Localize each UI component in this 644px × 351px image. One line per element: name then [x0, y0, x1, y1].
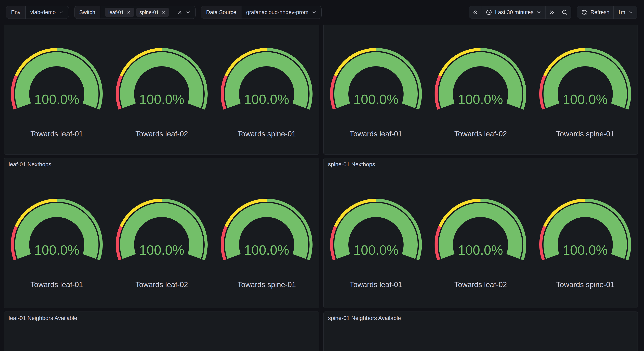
refresh-interval-picker[interactable]: 1m [614, 6, 637, 19]
gauge-label: Towards leaf-01 [350, 280, 402, 289]
time-shift-back-button[interactable] [469, 6, 482, 19]
gauge-arc: 100.0% [434, 198, 527, 261]
refresh-group: Refresh 1m [577, 6, 637, 19]
search-minus-icon [562, 9, 568, 15]
gauge-arc: 100.0% [539, 198, 632, 261]
remove-tag-icon[interactable] [127, 10, 131, 14]
time-range-picker[interactable]: Last 30 minutes [482, 6, 546, 19]
switch-tag-label: leaf-01 [108, 10, 124, 15]
dashboard-toolbar: Env vlab-demo Switch leaf-01spine-01 [0, 0, 644, 25]
gauge-value-text: 100.0% [563, 243, 608, 257]
gauge-arc: 100.0% [330, 198, 422, 261]
switch-variable: Switch leaf-01spine-01 [74, 6, 196, 19]
refresh-interval-value: 1m [618, 9, 625, 16]
gauge: 100.0%Towards spine-01 [214, 47, 319, 138]
gauge-value-text: 100.0% [34, 92, 79, 107]
gauge-label: Towards leaf-01 [30, 280, 83, 289]
refresh-label: Refresh [590, 9, 610, 16]
chevron-down-icon [536, 10, 541, 15]
gauge-value-text: 100.0% [139, 243, 184, 257]
panel-leaf-01-nexthops: leaf-01 Nexthops 100.0%Towards leaf-0110… [4, 158, 320, 308]
refresh-button[interactable]: Refresh [577, 6, 614, 19]
time-shift-forward-button[interactable] [546, 6, 558, 19]
switch-variable-value[interactable]: leaf-01spine-01 [100, 6, 195, 19]
gauge-label: Towards leaf-02 [454, 130, 507, 138]
chevron-down-icon [628, 10, 633, 15]
panel-title[interactable]: spine-01 Nexthops [324, 158, 638, 168]
gauge-arc: 100.0% [116, 198, 208, 261]
panel-spine-01-nexthops: spine-01 Nexthops 100.0%Towards leaf-011… [324, 158, 638, 308]
gauge: 100.0%Towards leaf-02 [109, 47, 214, 138]
gauge-arc: 100.0% [116, 47, 208, 111]
gauge-arc: 100.0% [434, 47, 527, 111]
gauge-label: Towards leaf-02 [135, 130, 188, 138]
chevron-down-icon [186, 10, 190, 15]
gauge-value-text: 100.0% [354, 92, 398, 107]
env-variable-value[interactable]: vlab-demo [26, 6, 69, 19]
gauge-value-text: 100.0% [244, 92, 289, 107]
dashboard: Env vlab-demo Switch leaf-01spine-01 [0, 0, 644, 351]
variables-bar: Env vlab-demo Switch leaf-01spine-01 [6, 6, 322, 19]
time-picker-group: Last 30 minutes [469, 6, 571, 19]
gauge: 100.0%Towards leaf-01 [324, 47, 428, 138]
angle-double-left-icon [473, 10, 478, 15]
gauge-value-text: 100.0% [458, 92, 503, 107]
panel-leaf-01-neighbors-available: leaf-01 Neighbors Available [4, 311, 320, 351]
gauge-label: Towards spine-01 [556, 280, 614, 289]
clock-icon [486, 9, 492, 15]
gauge-group: 100.0%Towards leaf-01100.0%Towards leaf-… [324, 168, 638, 289]
gauge-value-text: 100.0% [458, 243, 503, 257]
datasource-label: Data Source [201, 6, 241, 19]
env-variable-label: Env [6, 6, 26, 19]
remove-tag-icon[interactable] [162, 10, 166, 14]
chevron-down-icon [312, 10, 316, 15]
gauge-arc: 100.0% [220, 198, 313, 261]
panel-title[interactable]: leaf-01 Neighbors Available [4, 312, 319, 322]
time-controls: Last 30 minutes [469, 6, 637, 19]
env-variable: Env vlab-demo [6, 6, 69, 19]
panel-row1-left: 100.0%Towards leaf-01100.0%Towards leaf-… [4, 25, 320, 155]
gauge: 100.0%Towards leaf-01 [4, 47, 109, 138]
gauge-label: Towards leaf-01 [350, 130, 402, 138]
switch-tag-chip[interactable]: spine-01 [136, 8, 169, 17]
gauge: 100.0%Towards spine-01 [214, 198, 319, 289]
gauge-value-text: 100.0% [354, 243, 398, 257]
panel-row1-right: 100.0%Towards leaf-01100.0%Towards leaf-… [324, 25, 638, 155]
gauge-label: Towards leaf-02 [135, 280, 188, 289]
panel-title[interactable]: leaf-01 Nexthops [4, 158, 319, 168]
gauge: 100.0%Towards leaf-01 [324, 198, 428, 289]
refresh-icon [581, 9, 588, 15]
gauge: 100.0%Towards leaf-02 [428, 47, 533, 138]
gauge: 100.0%Towards leaf-01 [4, 198, 109, 289]
datasource-selected: grafanacloud-hhdev-prom [246, 9, 308, 16]
gauge-group: 100.0%Towards leaf-01100.0%Towards leaf-… [4, 168, 319, 289]
chevron-down-icon [59, 10, 64, 15]
gauge-value-text: 100.0% [563, 92, 608, 107]
gauge-label: Towards spine-01 [556, 130, 614, 138]
gauge-arc: 100.0% [10, 47, 103, 111]
datasource-picker: Data Source grafanacloud-hhdev-prom [201, 6, 322, 19]
clear-all-icon[interactable] [177, 10, 182, 15]
gauge-value-text: 100.0% [34, 243, 79, 257]
gauge-arc: 100.0% [330, 47, 422, 111]
gauge-value-text: 100.0% [244, 243, 289, 257]
gauge-label: Towards spine-01 [238, 130, 296, 138]
switch-tags: leaf-01spine-01 [105, 8, 169, 17]
time-zoom-out-button[interactable] [558, 6, 571, 19]
gauge: 100.0%Towards leaf-02 [109, 198, 214, 289]
angle-double-right-icon [549, 10, 554, 15]
gauge-group: 100.0%Towards leaf-01100.0%Towards leaf-… [4, 25, 319, 138]
gauge-arc: 100.0% [539, 47, 632, 111]
gauge: 100.0%Towards leaf-02 [428, 198, 533, 289]
gauge: 100.0%Towards spine-01 [533, 47, 638, 138]
gauge-value-text: 100.0% [139, 92, 184, 107]
gauge: 100.0%Towards spine-01 [533, 198, 638, 289]
gauge-group: 100.0%Towards leaf-01100.0%Towards leaf-… [324, 25, 638, 138]
datasource-value[interactable]: grafanacloud-hhdev-prom [242, 6, 322, 19]
env-variable-selected: vlab-demo [30, 9, 56, 16]
gauge-arc: 100.0% [220, 47, 313, 111]
gauge-arc: 100.0% [10, 198, 103, 261]
panel-title[interactable]: spine-01 Neighbors Available [324, 312, 638, 322]
gauge-label: Towards leaf-01 [30, 130, 83, 138]
switch-tag-chip[interactable]: leaf-01 [105, 8, 134, 17]
